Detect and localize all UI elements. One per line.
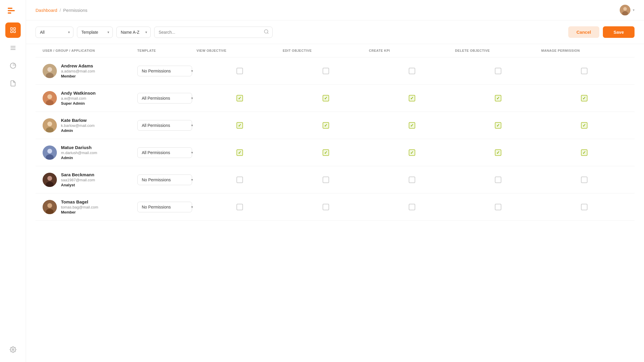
user-name-andy: Andy Watkinson (61, 90, 96, 96)
checkbox-manage-andy[interactable] (541, 95, 627, 101)
svg-line-13 (267, 33, 268, 33)
checkbox-delete-andy[interactable] (455, 95, 541, 101)
user-avatar-top[interactable] (620, 5, 630, 15)
col-user: User / group / application (43, 49, 137, 52)
perm-wrapper-matue: No Permissions All Permissions Custom ▾ (137, 147, 197, 158)
checkbox-create-kate[interactable] (369, 122, 455, 129)
checkbox-manage-sara[interactable] (541, 177, 627, 183)
perm-wrapper-andrew: No Permissions All Permissions Custom ▾ (137, 66, 197, 76)
checkbox-edit-sara[interactable] (283, 177, 369, 183)
user-cell-andrew: Andrew Adams a.adams@mail.com Member (43, 63, 137, 78)
checkbox-edit-tomas[interactable] (283, 204, 369, 210)
sidebar-item-dashboard[interactable] (5, 22, 21, 38)
user-info-andrew: Andrew Adams a.adams@mail.com Member (61, 63, 95, 78)
checkbox-manage-matue[interactable] (541, 149, 627, 156)
perm-select-kate[interactable]: No Permissions All Permissions Custom (137, 120, 192, 131)
user-info-andy: Andy Watkinson a.w@mail.com Super Admin (61, 90, 96, 106)
checkbox-delete-kate[interactable] (455, 122, 541, 129)
avatar-sara (43, 173, 57, 187)
checkbox-delete-tomas[interactable] (455, 204, 541, 210)
user-role-matue: Admin (61, 156, 97, 160)
filter-all-select[interactable]: All Groups Users Applications (36, 27, 73, 38)
topbar: Dashboard / Permissions ▾ (26, 0, 644, 20)
svg-point-21 (47, 122, 52, 126)
sidebar-item-analytics[interactable] (5, 58, 21, 73)
checkbox-edit-andrew[interactable] (283, 68, 369, 74)
svg-rect-5 (10, 31, 12, 33)
user-email-matue: m.dariush@mail.com (61, 151, 97, 155)
cancel-button[interactable]: Cancel (568, 26, 599, 38)
perm-select-matue[interactable]: No Permissions All Permissions Custom (137, 147, 192, 158)
col-manage: MANAGE PERMISSION (541, 49, 627, 52)
user-name-sara: Sara Beckmann (61, 172, 95, 177)
app-logo (7, 5, 20, 18)
topbar-right: ▾ (620, 5, 635, 15)
checkbox-view-kate[interactable] (197, 122, 283, 129)
user-info-tomas: Tomas Bagel tomas.bag@mail.com Member (61, 199, 98, 214)
checkbox-create-matue[interactable] (369, 149, 455, 156)
user-name-andrew: Andrew Adams (61, 63, 95, 68)
user-avatar-chevron[interactable]: ▾ (633, 8, 635, 12)
sidebar-item-files[interactable] (5, 40, 21, 56)
user-role-kate: Admin (61, 128, 95, 133)
checkbox-delete-matue[interactable] (455, 149, 541, 156)
checkbox-view-andy[interactable] (197, 95, 283, 101)
perm-select-sara[interactable]: No Permissions All Permissions Custom (137, 174, 192, 185)
sidebar-item-documents[interactable] (5, 76, 21, 91)
svg-point-10 (623, 7, 627, 11)
checkbox-edit-matue[interactable] (283, 149, 369, 156)
col-edit: EDIT OBJECTIVE (283, 49, 369, 52)
checkbox-view-andrew[interactable] (197, 68, 283, 74)
user-email-tomas: tomas.bag@mail.com (61, 205, 98, 209)
svg-point-27 (47, 176, 52, 181)
checkbox-view-tomas[interactable] (197, 204, 283, 210)
svg-point-18 (47, 94, 52, 99)
svg-rect-2 (8, 12, 11, 14)
user-name-kate: Kate Barlow (61, 118, 95, 123)
perm-select-andrew[interactable]: No Permissions All Permissions Custom (137, 66, 192, 76)
filter-template-select[interactable]: Template Dashboard Report (77, 27, 113, 38)
user-info-sara: Sara Beckmann saa1987@mail.com Analyst (61, 172, 95, 187)
table-area: User / group / application Template VIEW… (26, 44, 644, 362)
checkbox-edit-kate[interactable] (283, 122, 369, 129)
user-info-kate: Kate Barlow k.barlow@mail.com Admin (61, 118, 95, 133)
table-row: Matue Dariush m.dariush@mail.com Admin N… (36, 139, 635, 166)
perm-select-andy[interactable]: No Permissions All Permissions Custom (137, 93, 192, 104)
checkbox-edit-andy[interactable] (283, 95, 369, 101)
perm-wrapper-tomas: No Permissions All Permissions Custom ▾ (137, 202, 197, 212)
sidebar-item-settings[interactable] (5, 342, 21, 357)
user-cell-kate: Kate Barlow k.barlow@mail.com Admin (43, 118, 137, 133)
checkbox-create-sara[interactable] (369, 177, 455, 183)
save-button[interactable]: Save (603, 26, 635, 38)
checkbox-view-sara[interactable] (197, 177, 283, 183)
user-name-tomas: Tomas Bagel (61, 199, 98, 204)
table-row: Sara Beckmann saa1987@mail.com Analyst N… (36, 166, 635, 193)
perm-wrapper-kate: No Permissions All Permissions Custom ▾ (137, 120, 197, 131)
table-header: User / group / application Template VIEW… (36, 44, 635, 57)
checkbox-create-tomas[interactable] (369, 204, 455, 210)
checkbox-delete-sara[interactable] (455, 177, 541, 183)
sidebar-bottom (5, 342, 21, 357)
col-template: Template (137, 49, 197, 52)
table-row: Andrew Adams a.adams@mail.com Member No … (36, 57, 635, 85)
checkbox-manage-tomas[interactable] (541, 204, 627, 210)
filter-template-wrapper: Template Dashboard Report ▾ (77, 27, 113, 38)
search-input[interactable] (154, 27, 273, 38)
svg-rect-4 (13, 28, 15, 30)
sidebar (0, 0, 26, 362)
checkbox-manage-andrew[interactable] (541, 68, 627, 74)
breadcrumb-dashboard-link[interactable]: Dashboard (36, 8, 57, 13)
checkbox-create-andy[interactable] (369, 95, 455, 101)
user-email-andy: a.w@mail.com (61, 96, 96, 101)
svg-point-8 (12, 349, 14, 350)
user-name-matue: Matue Dariush (61, 145, 97, 150)
user-role-sara: Analyst (61, 183, 95, 187)
checkbox-create-andrew[interactable] (369, 68, 455, 74)
perm-select-tomas[interactable]: No Permissions All Permissions Custom (137, 202, 192, 212)
checkbox-delete-andrew[interactable] (455, 68, 541, 74)
checkbox-manage-kate[interactable] (541, 122, 627, 129)
checkbox-view-matue[interactable] (197, 149, 283, 156)
svg-rect-3 (10, 28, 12, 30)
filter-sort-select[interactable]: Name A-Z Name Z-A Role (116, 27, 151, 38)
toolbar: All Groups Users Applications ▾ Template… (26, 20, 644, 44)
